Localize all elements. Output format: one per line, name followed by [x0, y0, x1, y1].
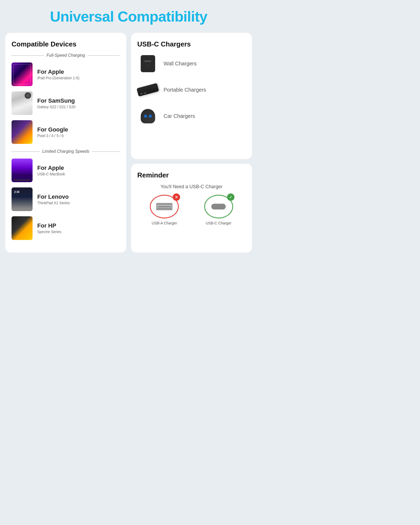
google-image	[12, 120, 33, 144]
wall-port-1	[146, 63, 150, 64]
hp-image	[12, 216, 33, 240]
usb-a-circle: ✕	[150, 195, 179, 218]
google-brand: For Google	[37, 126, 68, 133]
usbc-chargers-card: USB-C Chargers Wall Chargers Portable Ch…	[131, 33, 252, 159]
wall-charger-shape	[141, 55, 155, 72]
device-item-hp: For HP Spectre Series	[12, 216, 120, 240]
usb-a-option: ✕ USB-A Charger	[150, 195, 179, 225]
macbook-brand: For Apple	[37, 165, 65, 171]
bad-badge: ✕	[173, 193, 180, 201]
usb-c-label: USB-C Charger	[206, 221, 232, 225]
usb-a-divider	[158, 206, 171, 207]
full-speed-divider: Full-Speed Charging	[12, 53, 120, 58]
ipad-brand: For Apple	[37, 69, 79, 75]
page-title: Universal Compatibility	[50, 8, 207, 25]
charger-compare: ✕ USB-A Charger ✓ USB-C Charger	[137, 195, 246, 225]
car-charger-image	[137, 106, 158, 127]
wall-port-2	[146, 65, 150, 67]
wall-charger-label: Wall Chargers	[164, 61, 197, 67]
portable-charger-label: Portable Chargers	[164, 87, 206, 93]
lenovo-model: ThinkPad X1 Series	[37, 201, 70, 205]
wall-charger-image	[137, 53, 158, 74]
full-speed-label: Full-Speed Charging	[46, 53, 85, 58]
lenovo-brand: For Lenovo	[37, 193, 70, 200]
usb-c-circle: ✓	[204, 195, 233, 218]
samsung-brand: For SamSung	[37, 97, 76, 104]
usb-c-option: ✓ USB-C Charger	[204, 195, 233, 225]
usb-a-label: USB-A Charger	[152, 221, 177, 225]
car-port-1	[144, 114, 147, 118]
car-charger-shape	[141, 109, 155, 123]
limited-speed-divider: Limited Charging Speeds	[12, 149, 120, 154]
device-item-google: For Google Pixel 3 / 4 / 5 / 6	[12, 120, 120, 144]
device-item-macbook: For Apple USB-C MacBook	[12, 159, 120, 182]
macbook-model: USB-C MacBook	[37, 172, 65, 176]
compatible-devices-title: Compatible Devices	[12, 40, 120, 48]
car-charger-item: Car Chargers	[137, 106, 246, 127]
samsung-image	[12, 91, 33, 115]
car-port-2	[149, 114, 152, 118]
limited-speed-label: Limited Charging Speeds	[42, 149, 90, 154]
main-grid: Compatible Devices Full-Speed Charging F…	[5, 33, 252, 253]
portable-charger-image	[137, 79, 158, 100]
reminder-subtitle: You'll Need a USB-C Charger	[137, 184, 246, 190]
device-item-samsung: For SamSung Galaxy S22 / S21 / S20	[12, 91, 120, 115]
car-charger-label: Car Chargers	[164, 113, 195, 119]
lenovo-image	[12, 187, 33, 211]
macbook-image	[12, 159, 33, 182]
hp-model: Spectre Series	[37, 230, 61, 234]
hp-brand: For HP	[37, 222, 61, 229]
wall-charger-item: Wall Chargers	[137, 53, 246, 74]
good-badge: ✓	[227, 193, 234, 201]
reminder-card: Reminder You'll Need a USB-C Charger ✕ U…	[131, 164, 252, 253]
reminder-title: Reminder	[137, 171, 246, 179]
usbc-chargers-title: USB-C Chargers	[137, 40, 246, 48]
samsung-model: Galaxy S22 / S21 / S20	[37, 105, 76, 109]
usb-a-shape	[156, 203, 172, 210]
google-model: Pixel 3 / 4 / 5 / 6	[37, 134, 68, 138]
portable-charger-shape	[136, 83, 159, 97]
compatible-devices-card: Compatible Devices Full-Speed Charging F…	[5, 33, 126, 253]
device-item-ipad: For Apple iPad Pro (Generation 1-5)	[12, 62, 120, 86]
ipad-model: iPad Pro (Generation 1-5)	[37, 76, 79, 80]
portable-charger-item: Portable Chargers	[137, 79, 246, 100]
device-item-lenovo: For Lenovo ThinkPad X1 Series	[12, 187, 120, 211]
ipad-image	[12, 62, 33, 86]
usb-c-shape	[211, 204, 226, 209]
